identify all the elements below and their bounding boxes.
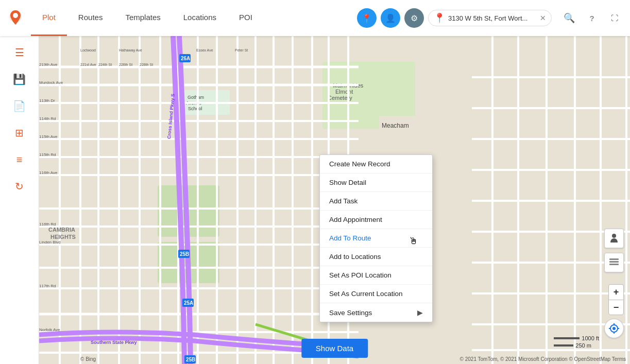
svg-text:Murdock Ave: Murdock Ave [39,80,63,85]
svg-point-1 [13,13,18,18]
svg-point-99 [612,327,616,330]
svg-rect-95 [609,261,619,263]
svg-text:219th Ave: 219th Ave [39,62,58,67]
expand-btn[interactable]: ⛶ [605,9,624,27]
scale-label-250: 250 m [575,342,591,349]
ctx-add-appointment[interactable]: Add Appointment [320,211,432,229]
show-data-btn[interactable]: Show Data [301,339,368,358]
main-nav: Plot Routes Templates Locations POI [31,0,357,36]
zoom-in-btn[interactable]: + [608,284,624,300]
nav-templates[interactable]: Templates [114,0,172,36]
map-layer-btn[interactable] [604,253,624,272]
ctx-save-settings-label: Save Settings [329,309,372,317]
sidebar-refresh-btn[interactable]: ↻ [7,174,32,199]
search-clear-btn[interactable]: ✕ [540,14,546,22]
ctx-set-as-current[interactable]: Set As Current Location [320,285,432,303]
search-loc-icon: 📍 [434,12,445,24]
svg-text:113th Dr: 113th Dr [39,98,55,103]
header: Plot Routes Templates Locations POI 📍 👤 … [0,0,630,36]
svg-rect-96 [609,258,619,260]
sidebar-save-btn[interactable]: 💾 [7,67,32,92]
svg-text:Norfolk Ave: Norfolk Ave [39,327,60,332]
zoom-out-btn[interactable]: − [608,300,624,315]
gear-btn[interactable]: ⚙ [404,8,424,28]
svg-text:Southern State Pkwy: Southern State Pkwy [91,340,137,345]
svg-point-97 [612,234,616,238]
svg-text:115th Rd: 115th Rd [39,152,56,157]
zoom-controls: + − [608,284,624,315]
svg-text:226th St: 226th St [119,63,132,66]
svg-text:Meacham: Meacham [382,122,409,129]
sidebar-menu-btn[interactable]: ☰ [7,40,32,65]
search-bar: 📍 ✕ [428,10,552,26]
svg-text:221st Ave: 221st Ave [80,63,96,66]
locate-btn[interactable]: 📍 [357,8,377,28]
svg-text:Peter St: Peter St [235,48,248,52]
sidebar-list-btn[interactable]: ≡ [7,147,32,172]
header-right: 📍 👤 ⚙ 📍 ✕ 🔍 ? ⛶ [357,8,630,28]
svg-text:Gotham: Gotham [188,95,204,100]
svg-text:HEIGHTS: HEIGHTS [50,234,76,240]
person-btn[interactable]: 👤 [381,8,400,28]
svg-rect-94 [609,264,619,265]
map-locate-btn[interactable] [604,319,624,338]
bing-attribution: © Bing [80,356,96,362]
svg-text:25B: 25B [180,251,189,257]
map-attribution: © 2021 TomTom, © 2021 Microsoft Corporat… [460,356,626,362]
ctx-add-to-locations[interactable]: Add to Locations [320,248,432,266]
ctx-add-task[interactable]: Add Task [320,192,432,211]
layers-icon [608,257,620,268]
svg-text:Essex Ave: Essex Ave [196,48,213,52]
scale-bar: 1000 ft 250 m [554,335,599,349]
svg-text:116th Rd: 116th Rd [39,222,56,227]
ctx-add-to-route[interactable]: Add To Route [320,229,432,248]
svg-text:224th St: 224th St [98,63,112,66]
scale-label-1000: 1000 ft [582,335,599,341]
svg-text:228th St: 228th St [140,63,153,66]
svg-text:Hathaway Ave: Hathaway Ave [119,48,142,53]
ctx-set-as-poi[interactable]: Set As POI Location [320,266,432,285]
streetview-btn[interactable] [604,229,624,248]
svg-text:26A: 26A [181,56,190,61]
svg-text:114th Rd: 114th Rd [39,116,56,121]
map-container[interactable]: Maimonides Elmont Cemetery Gotham Avenue… [39,36,630,364]
svg-text:116th Ave: 116th Ave [39,170,58,175]
nav-routes[interactable]: Routes [67,0,114,36]
person-icon [608,233,620,244]
svg-text:Loctwood: Loctwood [80,48,96,52]
ctx-show-detail[interactable]: Show Detail [320,174,432,192]
svg-text:Elmont: Elmont [335,89,353,95]
nav-plot[interactable]: Plot [31,0,67,36]
search-input[interactable] [448,14,537,22]
sidebar-grid-btn[interactable]: ⊞ [7,120,32,145]
logo [0,8,31,28]
logo-icon [6,8,25,28]
nav-locations[interactable]: Locations [172,0,228,36]
sidebar: ☰ 💾 📄 ⊞ ≡ ↻ [0,36,39,364]
sidebar-doc-btn[interactable]: 📄 [7,94,32,118]
ctx-create-new-record[interactable]: Create New Record [320,155,432,174]
ctx-save-settings-arrow: ▶ [417,308,423,317]
nav-poi[interactable]: POI [228,0,264,36]
svg-text:School: School [188,106,202,111]
search-btn[interactable]: 🔍 [560,9,578,27]
locate-icon [608,323,620,334]
svg-text:25B: 25B [186,357,195,362]
svg-text:115th Ave: 115th Ave [39,134,58,139]
ctx-save-settings[interactable]: Save Settings ▶ [320,303,432,322]
svg-text:117th Rd: 117th Rd [39,284,56,288]
context-menu: Create New Record Show Detail Add Task A… [319,154,433,322]
svg-text:25A: 25A [184,300,193,306]
svg-text:Linden Blvd: Linden Blvd [39,240,61,245]
svg-text:CAMBRIA: CAMBRIA [48,227,75,233]
help-btn[interactable]: ? [583,9,601,27]
